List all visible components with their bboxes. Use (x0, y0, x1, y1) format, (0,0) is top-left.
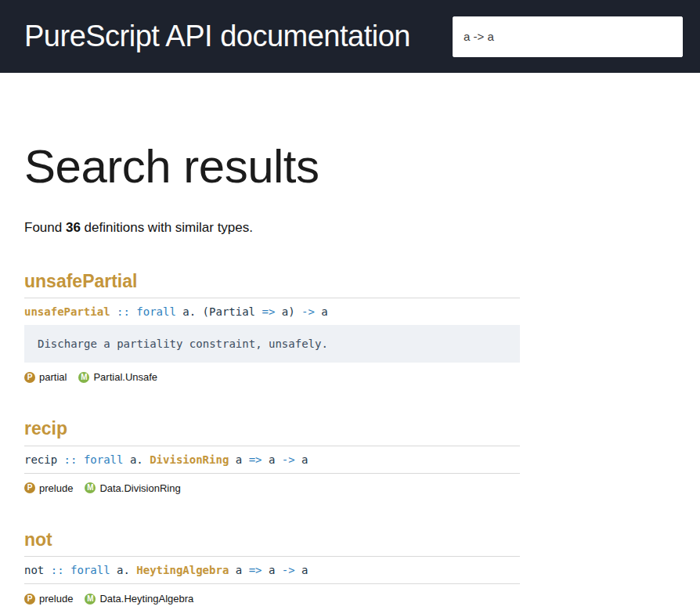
module-badge[interactable]: M Data.HeytingAlgebra (85, 593, 193, 605)
code-token: forall (136, 305, 176, 318)
code-token: a) (275, 305, 301, 318)
summary-suffix: definitions with similar types. (81, 220, 253, 235)
result-title-link[interactable]: unsafePartial (24, 271, 520, 291)
code-token: a (262, 564, 281, 576)
code-token: => (249, 564, 262, 576)
result-title-link[interactable]: not (24, 529, 520, 550)
type-signature: not :: forall a. HeytingAlgebra a => a -… (24, 564, 309, 576)
results-count: 36 (66, 220, 81, 235)
code-token[interactable]: HeytingAlgebra (136, 564, 229, 576)
code-token: a. (110, 564, 137, 576)
code-token: a. (Partial (176, 305, 262, 318)
result-description: Discharge a partiality constraint, unsaf… (38, 337, 328, 350)
module-name: Data.HeytingAlgebra (99, 593, 193, 605)
app-header: PureScript API documentation (0, 0, 700, 73)
code-token: forall (70, 564, 110, 576)
code-token: -> (301, 305, 315, 318)
type-signature-row: recip :: forall a. DivisionRing a => a -… (24, 446, 520, 474)
package-name: prelude (39, 593, 73, 605)
result-item: recip recip :: forall a. DivisionRing a … (24, 418, 520, 493)
module-icon: M (85, 482, 96, 493)
code-token: a. (123, 453, 150, 466)
type-signature-row: not :: forall a. HeytingAlgebra a => a -… (24, 556, 520, 584)
code-token (64, 564, 70, 576)
search-input[interactable] (453, 16, 683, 57)
package-badge[interactable]: P prelude (24, 593, 73, 605)
result-title-link[interactable]: recip (24, 418, 520, 439)
code-token: -> (282, 564, 295, 576)
code-token: a (229, 453, 248, 466)
code-token[interactable]: DivisionRing (150, 453, 229, 466)
search-results-page: Search results Found 36 definitions with… (24, 143, 520, 605)
code-token: -> (282, 453, 295, 466)
type-signature-row: unsafePartial :: forall a. (Partial => a… (24, 298, 520, 325)
page-title: Search results (24, 143, 520, 190)
result-meta: P prelude M Data.DivisionRing (24, 482, 520, 494)
code-token: :: (51, 564, 64, 576)
module-name: Partial.Unsafe (93, 371, 157, 383)
code-token: not (24, 564, 51, 576)
code-token: a (295, 453, 309, 466)
type-signature: unsafePartial :: forall a. (Partial => a… (24, 305, 328, 318)
module-name: Data.DivisionRing (99, 482, 180, 494)
package-name: prelude (39, 482, 73, 494)
result-item: not not :: forall a. HeytingAlgebra a =>… (24, 529, 520, 605)
type-signature: recip :: forall a. DivisionRing a => a -… (24, 453, 309, 466)
code-token: a (262, 453, 281, 466)
result-description-box: Discharge a partiality constraint, unsaf… (24, 325, 520, 363)
code-token: => (262, 305, 275, 318)
code-token: recip (24, 453, 64, 466)
code-token (110, 305, 117, 318)
package-icon: P (24, 482, 35, 493)
result-meta: P prelude M Data.HeytingAlgebra (24, 593, 520, 605)
package-name: partial (39, 371, 67, 383)
code-token: :: (64, 453, 78, 466)
module-badge[interactable]: M Partial.Unsafe (78, 371, 157, 383)
results-summary: Found 36 definitions with similar types. (24, 220, 520, 236)
package-badge[interactable]: P partial (24, 371, 67, 383)
app-title-link[interactable]: PureScript API documentation (24, 20, 410, 53)
code-token: :: (117, 305, 130, 318)
module-badge[interactable]: M Data.DivisionRing (85, 482, 180, 494)
result-meta: P partial M Partial.Unsafe (24, 371, 520, 383)
code-token[interactable]: unsafePartial (24, 305, 110, 318)
summary-prefix: Found (24, 220, 66, 235)
code-token (77, 453, 83, 466)
code-token: a (295, 564, 309, 576)
code-token: a (229, 564, 248, 576)
module-icon: M (78, 372, 89, 383)
package-icon: P (24, 594, 35, 605)
results-list: unsafePartial unsafePartial :: forall a.… (24, 271, 520, 605)
module-icon: M (85, 594, 96, 605)
code-token: forall (84, 453, 124, 466)
code-token: => (249, 453, 262, 466)
package-badge[interactable]: P prelude (24, 482, 73, 494)
result-item: unsafePartial unsafePartial :: forall a.… (24, 271, 520, 383)
package-icon: P (24, 372, 35, 383)
code-token: a (315, 305, 328, 318)
